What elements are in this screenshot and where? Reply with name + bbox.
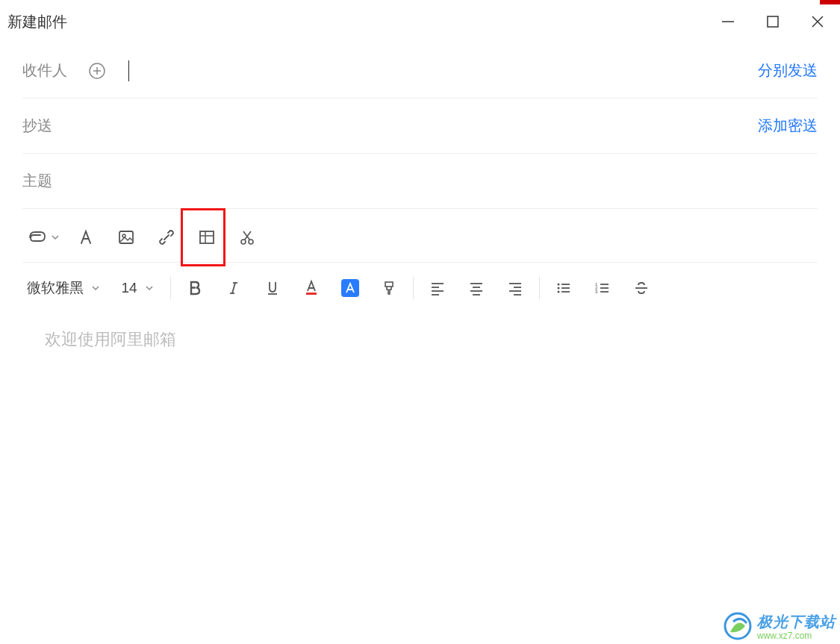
- italic-button[interactable]: [214, 272, 253, 304]
- strikethrough-button[interactable]: [622, 272, 661, 304]
- svg-rect-21: [385, 282, 393, 287]
- titlebar: 新建邮件: [0, 0, 840, 43]
- recipient-label: 收件人: [22, 60, 75, 81]
- format-painter-button[interactable]: [370, 272, 408, 304]
- watermark-title: 极光下载站: [757, 613, 836, 630]
- send-separately-link[interactable]: 分别发送: [758, 60, 818, 81]
- svg-line-15: [243, 231, 250, 240]
- insert-table-button[interactable]: [187, 221, 227, 254]
- svg-rect-1: [768, 16, 778, 27]
- svg-line-14: [245, 231, 252, 240]
- watermark: 极光下载站 www.xz7.com: [723, 611, 836, 641]
- svg-line-18: [232, 283, 235, 293]
- font-family-value: 微软雅黑: [27, 278, 84, 298]
- svg-rect-20: [306, 293, 317, 295]
- svg-point-34: [558, 284, 560, 286]
- subject-label: 主题: [22, 171, 75, 191]
- highlight-color-button[interactable]: [331, 272, 370, 304]
- svg-rect-9: [200, 231, 214, 243]
- ordered-list-button[interactable]: 123: [583, 272, 622, 304]
- align-center-button[interactable]: [457, 272, 496, 304]
- align-right-button[interactable]: [496, 272, 535, 304]
- font-size-value: 14: [121, 280, 137, 296]
- svg-text:3: 3: [595, 290, 598, 294]
- font-color-button[interactable]: [292, 272, 331, 304]
- insert-toolbar: [22, 209, 818, 263]
- subject-row[interactable]: 主题: [22, 154, 818, 209]
- unordered-list-button[interactable]: [544, 272, 583, 304]
- cut-button[interactable]: [227, 221, 267, 254]
- font-family-select[interactable]: 微软雅黑: [22, 278, 109, 298]
- maximize-button[interactable]: [750, 0, 795, 43]
- attachment-button[interactable]: [22, 221, 66, 254]
- editor-placeholder: 欢迎使用阿里邮箱: [45, 330, 176, 348]
- cc-label: 抄送: [22, 116, 75, 136]
- watermark-url: www.xz7.com: [757, 631, 836, 641]
- recipient-row: 收件人 分别发送: [22, 43, 818, 99]
- close-button[interactable]: [795, 0, 840, 43]
- separator: [170, 277, 171, 299]
- insert-image-button[interactable]: [106, 221, 146, 254]
- align-left-button[interactable]: [418, 272, 457, 304]
- add-bcc-link[interactable]: 添加密送: [758, 116, 818, 136]
- insert-link-button[interactable]: [146, 221, 187, 254]
- window-controls: [706, 0, 840, 43]
- format-toolbar: 微软雅黑 14: [22, 263, 818, 310]
- separator: [539, 277, 540, 299]
- svg-point-36: [558, 291, 560, 293]
- watermark-logo-icon: [723, 611, 753, 641]
- svg-rect-7: [119, 231, 133, 243]
- chevron-down-icon: [91, 284, 100, 293]
- chevron-down-icon: [51, 233, 60, 242]
- recipient-input-cursor[interactable]: [128, 60, 129, 81]
- chevron-down-icon: [145, 284, 154, 293]
- font-style-button[interactable]: [66, 221, 106, 254]
- bold-button[interactable]: [175, 272, 214, 304]
- add-recipient-icon[interactable]: [88, 62, 106, 80]
- cc-row: 抄送 添加密送: [22, 99, 818, 154]
- svg-point-35: [558, 287, 560, 290]
- editor-body[interactable]: 欢迎使用阿里邮箱: [22, 310, 818, 369]
- window-title: 新建邮件: [6, 12, 67, 32]
- separator: [413, 277, 414, 299]
- font-size-select[interactable]: 14: [109, 280, 166, 296]
- underline-button[interactable]: [253, 272, 292, 304]
- minimize-button[interactable]: [706, 0, 750, 43]
